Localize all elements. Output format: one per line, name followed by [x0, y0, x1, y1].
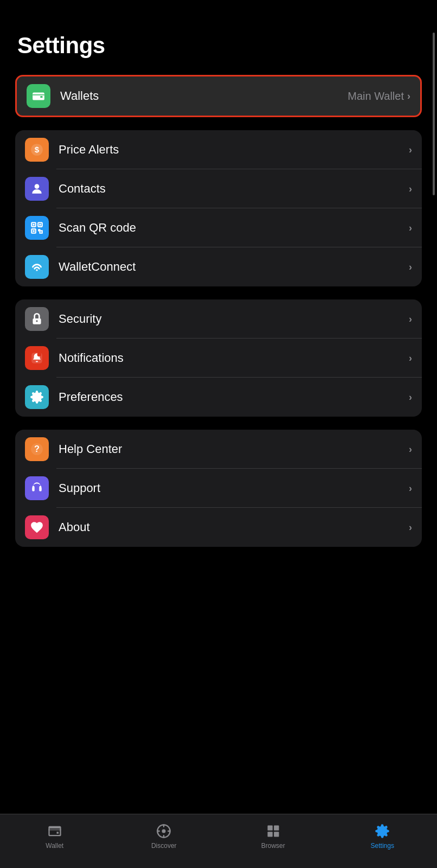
svg-point-4 — [35, 184, 40, 189]
scan-qr-row[interactable]: Scan QR code › — [15, 208, 422, 247]
discover-tab-label: Discover — [151, 842, 177, 850]
help-center-label: Help Center — [59, 442, 409, 456]
support-row[interactable]: Support › — [15, 469, 422, 508]
svg-text:?: ? — [34, 444, 40, 454]
security-row[interactable]: Security › — [15, 299, 422, 339]
settings-page: Settings Wallets Main Wallet › — [0, 0, 437, 868]
walletconnect-label: WalletConnect — [59, 260, 409, 274]
price-alerts-row[interactable]: $ Price Alerts › — [15, 130, 422, 169]
browser-tab-label: Browser — [261, 842, 285, 850]
svg-rect-25 — [274, 832, 279, 837]
scrollbar — [433, 33, 435, 195]
wallet-tab-icon — [46, 822, 63, 840]
preferences-chevron: › — [409, 392, 412, 403]
wallets-value: Main Wallet — [348, 90, 404, 103]
svg-rect-18 — [32, 488, 34, 491]
group3: ? Help Center › Support › — [15, 430, 422, 547]
svg-rect-19 — [39, 488, 41, 491]
preferences-label: Preferences — [59, 390, 409, 404]
settings-tab-label: Settings — [371, 842, 394, 850]
svg-point-13 — [36, 320, 37, 322]
question-icon: ? — [25, 437, 49, 461]
scan-qr-label: Scan QR code — [59, 221, 409, 235]
lock-icon — [25, 307, 49, 331]
price-alerts-chevron: › — [409, 144, 412, 156]
svg-rect-8 — [33, 224, 34, 225]
group2: Security › Notifications › — [15, 299, 422, 417]
bell-icon — [25, 346, 49, 370]
about-row[interactable]: About › — [15, 508, 422, 547]
settings-tab-icon — [374, 822, 391, 840]
svg-point-11 — [36, 269, 37, 271]
gear-icon — [25, 385, 49, 409]
wallets-row[interactable]: Wallets Main Wallet › — [15, 75, 422, 117]
support-chevron: › — [409, 483, 412, 494]
browser-tab-icon — [265, 822, 282, 840]
help-center-chevron: › — [409, 444, 412, 455]
notifications-chevron: › — [409, 353, 412, 364]
contacts-chevron: › — [409, 183, 412, 195]
contacts-row[interactable]: Contacts › — [15, 169, 422, 208]
main-content: Settings Wallets Main Wallet › — [0, 0, 437, 868]
svg-rect-22 — [267, 825, 272, 830]
tab-discover[interactable]: Discover — [110, 822, 219, 850]
tab-browser[interactable]: Browser — [218, 822, 328, 850]
walletconnect-chevron: › — [409, 261, 412, 273]
tab-settings[interactable]: Settings — [328, 822, 438, 850]
connect-icon — [25, 255, 49, 279]
svg-rect-1 — [40, 96, 42, 98]
svg-text:$: $ — [35, 145, 40, 154]
support-label: Support — [59, 481, 409, 495]
discover-tab-icon — [155, 822, 172, 840]
group1: $ Price Alerts › Contacts › — [15, 130, 422, 286]
person-icon — [25, 177, 49, 201]
about-label: About — [59, 520, 409, 534]
headphone-icon — [25, 476, 49, 500]
svg-rect-0 — [33, 93, 44, 100]
wallets-section: Wallets Main Wallet › — [15, 75, 422, 117]
price-alerts-label: Price Alerts — [59, 143, 409, 157]
security-label: Security — [59, 312, 409, 326]
notifications-label: Notifications — [59, 351, 409, 365]
svg-rect-24 — [267, 832, 272, 837]
svg-point-21 — [162, 829, 166, 833]
page-title: Settings — [17, 33, 420, 59]
help-center-row[interactable]: ? Help Center › — [15, 430, 422, 469]
svg-rect-23 — [274, 825, 279, 830]
walletconnect-row[interactable]: WalletConnect › — [15, 247, 422, 286]
about-chevron: › — [409, 522, 412, 533]
security-chevron: › — [409, 314, 412, 325]
qr-icon — [25, 216, 49, 240]
svg-point-15 — [37, 353, 41, 356]
dollar-icon: $ — [25, 138, 49, 162]
tab-wallet[interactable]: Wallet — [0, 822, 110, 850]
header: Settings — [0, 0, 437, 69]
svg-rect-9 — [39, 224, 41, 225]
wallets-chevron: › — [407, 91, 410, 102]
wallet-icon — [27, 84, 50, 108]
svg-rect-10 — [33, 230, 34, 232]
heart-icon — [25, 515, 49, 539]
scan-qr-chevron: › — [409, 222, 412, 234]
contacts-label: Contacts — [59, 182, 409, 196]
tab-bar: Wallet Discover B — [0, 814, 437, 868]
preferences-row[interactable]: Preferences › — [15, 378, 422, 417]
wallets-label: Wallets — [60, 89, 348, 103]
notifications-row[interactable]: Notifications › — [15, 339, 422, 378]
wallet-tab-label: Wallet — [46, 842, 63, 850]
